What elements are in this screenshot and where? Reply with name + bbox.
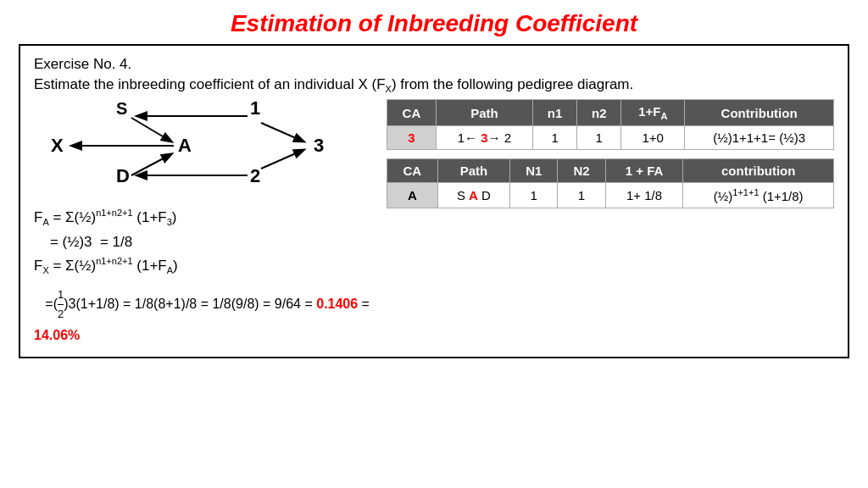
svg-line-4 — [261, 123, 303, 141]
t1-fA: 1+0 — [621, 126, 685, 150]
svg-text:X: X — [51, 135, 64, 156]
t1-header-ca: CA — [387, 100, 437, 126]
t2-n2: 1 — [558, 183, 605, 208]
t2-header-path: Path — [437, 159, 509, 183]
t1-contribution: (½)1+1+1= (½)3 — [685, 126, 834, 150]
t1-n2: 1 — [577, 126, 621, 150]
t2-header-contribution: contribution — [683, 159, 834, 183]
t2-n1: 1 — [510, 183, 558, 208]
svg-line-2 — [131, 154, 171, 175]
t2-ca: A — [387, 183, 438, 208]
t2-contribution: (½)1+1+1 (1+1/8) — [683, 183, 834, 208]
table1: CA Path n1 n2 1+FA Contribution 3 1← 3→ … — [387, 99, 834, 150]
svg-text:1: 1 — [250, 99, 260, 119]
table-row: 3 1← 3→ 2 1 1 1+0 (½)1+1+1= (½)3 — [387, 126, 834, 150]
formula-block: FA = Σ(½)n1+n2+1 (1+F3) = (½)3 = 1/8 FX … — [34, 206, 373, 347]
svg-line-6 — [261, 150, 303, 169]
t1-header-n1: n1 — [533, 100, 577, 126]
svg-line-1 — [131, 118, 171, 141]
content-area: X S A D 1 2 3 FA = Σ(½)n1+n2+1 (1+F3) = … — [34, 99, 834, 347]
t1-n1: 1 — [533, 126, 577, 150]
svg-text:S: S — [116, 99, 127, 118]
svg-text:D: D — [116, 165, 130, 186]
exercise-label: Exercise No. 4. — [34, 56, 834, 73]
t2-header-fA: 1 + FA — [605, 159, 683, 183]
t1-header-path: Path — [436, 100, 532, 126]
t1-ca: 3 — [387, 126, 437, 150]
estimate-text: Estimate the inbreeding coefficient of a… — [34, 76, 834, 94]
right-column: CA Path n1 n2 1+FA Contribution 3 1← 3→ … — [387, 99, 834, 208]
pedigree-diagram: X S A D 1 2 3 — [34, 99, 356, 201]
left-column: X S A D 1 2 3 FA = Σ(½)n1+n2+1 (1+F3) = … — [34, 99, 373, 347]
t2-fA: 1+ 1/8 — [605, 183, 683, 208]
t2-header-ca: CA — [387, 159, 438, 183]
t1-path: 1← 3→ 2 — [436, 126, 532, 150]
main-content-box: Exercise No. 4. Estimate the inbreeding … — [19, 44, 849, 358]
final-formula: =(12)3(1+1/8) = 1/8(8+1)/8 = 1/8(9/8) = … — [34, 286, 373, 347]
t2-path: S A D — [437, 183, 509, 208]
table-row: A S A D 1 1 1+ 1/8 (½)1+1+1 (1+1/8) — [387, 183, 834, 208]
t2-header-n1: N1 — [510, 159, 558, 183]
t1-header-contribution: Contribution — [685, 100, 834, 126]
svg-text:2: 2 — [250, 165, 260, 186]
table2: CA Path N1 N2 1 + FA contribution A S A … — [387, 158, 834, 208]
t1-header-n2: n2 — [577, 100, 621, 126]
svg-text:3: 3 — [314, 135, 324, 156]
svg-text:A: A — [178, 135, 192, 156]
page-title: Estimation of Inbreeding Coefficient — [231, 10, 637, 37]
t1-header-fA: 1+FA — [621, 100, 685, 126]
t2-header-n2: N2 — [558, 159, 605, 183]
